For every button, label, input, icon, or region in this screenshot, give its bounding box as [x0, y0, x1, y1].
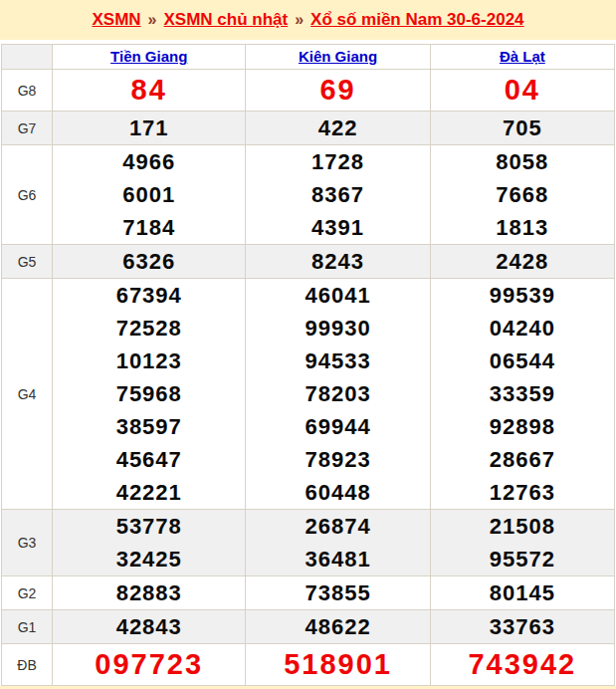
- prize-cell: 33763: [430, 610, 614, 644]
- prize-number: 422: [246, 112, 429, 144]
- prize-number: 04240: [431, 312, 614, 344]
- prize-label: G1: [2, 610, 53, 644]
- prize-cell: 2428: [430, 245, 614, 279]
- prize-number: 53778: [53, 510, 245, 543]
- prize-number: 94533: [246, 344, 429, 377]
- column-header-kien-giang: Kiên Giang: [246, 45, 430, 70]
- prize-cell: 69: [246, 70, 430, 112]
- prize-number: 36481: [246, 543, 429, 575]
- province-link-tien-giang[interactable]: Tiền Giang: [110, 48, 187, 65]
- prize-cell: 04: [430, 70, 614, 112]
- prize-number: 42843: [53, 610, 245, 643]
- prize-number: 28667: [431, 443, 614, 476]
- prize-number: 99539: [431, 279, 614, 312]
- prize-cell: 2150895572: [430, 510, 614, 576]
- prize-number: 1728: [246, 145, 429, 178]
- prize-number: 7668: [431, 178, 614, 211]
- prize-number: 743942: [431, 644, 614, 685]
- prize-cell: 171: [53, 112, 246, 145]
- breadcrumb-link-xsmn-chu-nhat[interactable]: XSMN chủ nhật: [163, 10, 288, 30]
- prize-number: 7184: [53, 211, 245, 244]
- corner-cell: [2, 45, 53, 70]
- prize-number: 33763: [431, 610, 614, 643]
- prize-number: 8367: [246, 178, 429, 211]
- prize-cell: 82883: [53, 576, 246, 610]
- prize-number: 67394: [53, 279, 245, 312]
- prize-number: 99930: [246, 312, 429, 344]
- prize-number: 82883: [53, 576, 245, 609]
- prize-cell: 743942: [430, 644, 614, 686]
- prize-cell: 2687436481: [246, 510, 430, 576]
- prize-cell: 097723: [53, 644, 246, 686]
- results-table-wrapper: Tiền Giang Kiên Giang Đà Lạt G8846904G71…: [0, 40, 616, 686]
- prize-label: G3: [2, 510, 53, 576]
- lottery-results-table: Tiền Giang Kiên Giang Đà Lạt G8846904G71…: [1, 44, 615, 686]
- prize-row-g2: G2828837385580145: [2, 576, 615, 610]
- prize-cell: 67394725281012375968385974564742221: [53, 279, 246, 510]
- prize-cell: 48622: [246, 610, 430, 644]
- prize-label: G2: [2, 576, 53, 610]
- prize-cell: 805876681813: [430, 145, 614, 245]
- province-link-kien-giang[interactable]: Kiên Giang: [299, 48, 377, 65]
- prize-cell: 496660017184: [53, 145, 246, 245]
- prize-number: 26874: [246, 510, 429, 543]
- prize-label: G5: [2, 245, 53, 279]
- prize-cell: 73855: [246, 576, 430, 610]
- prize-cell: 5377832425: [53, 510, 246, 576]
- breadcrumb-link-xo-so-mien-nam-date[interactable]: Xổ số miền Nam 30-6-2024: [310, 10, 523, 30]
- prize-number: 21508: [431, 510, 614, 543]
- prize-cell: 518901: [246, 644, 430, 686]
- prize-number: 2428: [431, 245, 614, 278]
- prize-number: 69: [246, 70, 429, 111]
- prize-number: 80145: [431, 576, 614, 609]
- prize-number: 38597: [53, 410, 245, 443]
- prize-number: 42221: [53, 476, 245, 509]
- table-header-row: Tiền Giang Kiên Giang Đà Lạt: [2, 45, 615, 70]
- prize-cell: 99539042400654433359928982866712763: [430, 279, 614, 510]
- prize-cell: 172883674391: [246, 145, 430, 245]
- breadcrumb-separator: »: [295, 11, 304, 29]
- prize-number: 518901: [246, 644, 429, 685]
- prize-number: 48622: [246, 610, 429, 643]
- prize-row-g1: G1428434862233763: [2, 610, 615, 644]
- prize-label: ĐB: [2, 644, 53, 686]
- prize-cell: 8243: [246, 245, 430, 279]
- prize-number: 171: [53, 112, 245, 144]
- prize-number: 45647: [53, 443, 245, 476]
- prize-cell: 6326: [53, 245, 246, 279]
- breadcrumb: XSMN » XSMN chủ nhật » Xổ số miền Nam 30…: [0, 0, 616, 40]
- prize-number: 60448: [246, 476, 429, 509]
- prize-cell: 422: [246, 112, 430, 145]
- prize-number: 12763: [431, 476, 614, 509]
- prize-label: G8: [2, 70, 53, 112]
- prize-number: 06544: [431, 344, 614, 377]
- prize-row-db: ĐB097723518901743942: [2, 644, 615, 686]
- prize-number: 10123: [53, 344, 245, 377]
- province-link-da-lat[interactable]: Đà Lạt: [500, 48, 545, 65]
- prize-number: 705: [431, 112, 614, 144]
- breadcrumb-link-xsmn[interactable]: XSMN: [92, 10, 140, 30]
- prize-cell: 84: [53, 70, 246, 112]
- prize-number: 92898: [431, 410, 614, 443]
- prize-number: 8243: [246, 245, 429, 278]
- prize-label: G7: [2, 112, 53, 145]
- prize-number: 6326: [53, 245, 245, 278]
- column-header-tien-giang: Tiền Giang: [53, 45, 246, 70]
- prize-number: 32425: [53, 543, 245, 575]
- prize-number: 73855: [246, 576, 429, 609]
- prize-label: G6: [2, 145, 53, 245]
- prize-row-g3: G3537783242526874364812150895572: [2, 510, 615, 576]
- prize-number: 46041: [246, 279, 429, 312]
- prize-number: 6001: [53, 178, 245, 211]
- prize-number: 95572: [431, 543, 614, 575]
- prize-number: 72528: [53, 312, 245, 344]
- prize-row-g8: G8846904: [2, 70, 615, 112]
- prize-number: 4966: [53, 145, 245, 178]
- prize-number: 4391: [246, 211, 429, 244]
- prize-row-g4: G467394725281012375968385974564742221460…: [2, 279, 615, 510]
- prize-cell: 80145: [430, 576, 614, 610]
- prize-number: 04: [431, 70, 614, 111]
- prize-row-g7: G7171422705: [2, 112, 615, 145]
- prize-number: 1813: [431, 211, 614, 244]
- prize-label: G4: [2, 279, 53, 510]
